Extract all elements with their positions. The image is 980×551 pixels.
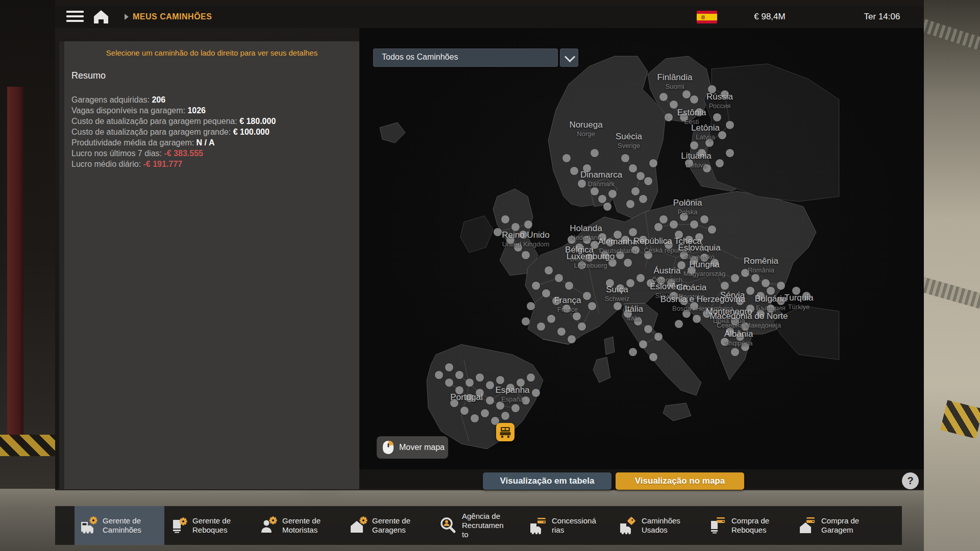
- garage-dot-marker: [494, 228, 502, 236]
- garage-dot-marker: [695, 233, 703, 241]
- garage-dot-marker: [465, 379, 474, 387]
- garage-dot-marker: [777, 282, 785, 290]
- garage-dot-marker: [511, 223, 520, 231]
- garage-dot-marker: [578, 322, 586, 331]
- toolbar-item-driver-manager[interactable]: Gerente de Motoristas: [254, 506, 344, 545]
- garage-dot-marker: [670, 220, 678, 229]
- garage-dot-marker: [506, 384, 514, 392]
- garage-dot-marker: [636, 172, 645, 180]
- map-vignette: [359, 28, 924, 469]
- garage-dot-marker: [680, 297, 688, 305]
- toolbar-item-recruitment-agency[interactable]: Agência de Recrutamen to: [434, 506, 524, 545]
- garage-dot-marker: [659, 215, 668, 223]
- menu-hamburger-icon[interactable]: [66, 11, 84, 23]
- ets2-my-trucks-screen: Finlândia Suomi Rússia Россия Estônia Ee…: [0, 0, 980, 551]
- garage-dot-marker: [445, 379, 453, 387]
- stat-row: Custo de atualização para garagem grande…: [71, 127, 276, 137]
- garage-dot-marker: [532, 282, 540, 290]
- garage-dot-marker: [519, 231, 527, 239]
- garage-dot-marker: [591, 187, 599, 195]
- chevron-down-icon: [565, 52, 575, 62]
- garage-dot-marker: [718, 131, 726, 139]
- garage-dot-marker: [736, 333, 744, 341]
- garage-dot-marker: [562, 154, 571, 162]
- garage-dot-marker: [455, 386, 463, 394]
- garage-dot-marker: [690, 220, 698, 229]
- stat-row: Garagens adquiridas: 206: [71, 94, 276, 105]
- garage-dot-marker: [716, 159, 724, 167]
- garage-dot-marker: [616, 251, 624, 259]
- garage-dot-marker: [726, 149, 734, 157]
- garage-dot-marker: [601, 251, 609, 259]
- garage-dot-marker: [665, 241, 673, 249]
- garage-dot-marker: [511, 404, 520, 412]
- garage-dot-marker: [598, 195, 606, 203]
- toolbar-item-garage-manager[interactable]: Gerente de Garagens: [344, 506, 434, 545]
- garage-dot-marker: [726, 328, 734, 336]
- garage-dot-marker: [616, 284, 624, 292]
- garage-dot-marker: [690, 95, 698, 104]
- garage-dot-marker: [608, 259, 617, 267]
- garage-dot-marker: [583, 164, 591, 172]
- stat-row: Lucro nos últimos 7 dias: -€ 383.555: [71, 148, 276, 159]
- garage-dot-marker: [527, 373, 535, 382]
- garage-dot-marker: [705, 139, 714, 147]
- garage-dot-marker: [514, 243, 522, 252]
- garage-gear-icon: [349, 516, 368, 535]
- toolbar-item-garage-purchase[interactable]: Compra de Garagem: [793, 506, 883, 545]
- garage-dot-marker: [524, 220, 532, 229]
- table-view-button[interactable]: Visualização em tabela: [483, 472, 611, 490]
- home-icon[interactable]: [93, 9, 109, 24]
- toolbar-item-dealerships[interactable]: Concessioná rias: [524, 506, 614, 545]
- help-button[interactable]: ?: [902, 472, 919, 489]
- garage-dot-marker: [522, 317, 530, 325]
- garage-dot-marker: [545, 266, 553, 274]
- map-view-button[interactable]: Visualização no mapa: [616, 472, 744, 490]
- garage-dot-marker: [703, 310, 711, 318]
- garage-dot-marker: [721, 338, 729, 346]
- stat-row: Custo de atualização para garagem pequen…: [71, 116, 276, 127]
- garage-dot-marker: [731, 317, 739, 325]
- recruitment-magnifier-icon: [439, 516, 457, 535]
- truck-map-marker[interactable]: [496, 423, 514, 441]
- garage-dot-marker: [517, 379, 525, 387]
- garage-dot-marker: [624, 259, 632, 267]
- move-map-button[interactable]: Mover mapa: [377, 436, 448, 459]
- toolbar-item-trailer-manager[interactable]: Gerente de Reboques: [164, 506, 254, 545]
- garage-dot-marker: [731, 348, 739, 356]
- garage-dot-marker: [682, 90, 691, 98]
- money-balance: € 98,4M: [739, 12, 800, 22]
- garage-dot-marker: [621, 236, 629, 244]
- garage-dot-marker: [649, 159, 657, 167]
- spain-flag-icon: [697, 11, 717, 23]
- garage-dot-marker: [555, 274, 563, 282]
- top-bar: MEUS CAMINHÕES € 98,4M Ter 14:06: [55, 6, 924, 28]
- garage-dot-marker: [751, 274, 760, 282]
- garage-dot-marker: [685, 236, 693, 244]
- garage-dot-marker: [670, 101, 678, 109]
- garage-dot-marker: [736, 297, 744, 305]
- garage-dot-marker: [690, 256, 698, 264]
- move-map-label: Mover mapa: [399, 443, 445, 452]
- europe-map[interactable]: Finlândia Suomi Rússia Россия Estônia Ee…: [359, 28, 924, 469]
- garage-dot-marker: [695, 108, 703, 116]
- truck-filter-dropdown[interactable]: Todos os Caminhões: [373, 48, 558, 67]
- toolbar-item-trailer-purchase[interactable]: Compra de Reboques: [703, 506, 793, 545]
- mouse-icon: [382, 440, 395, 455]
- garage-dot-marker: [756, 310, 765, 318]
- garage-dot-marker: [654, 333, 663, 341]
- garage-dot-marker: [591, 241, 599, 249]
- garage-dot-marker: [708, 226, 716, 234]
- toolbar-item-used-trucks[interactable]: Caminhões Usados: [614, 506, 703, 545]
- garage-dot-marker: [680, 113, 688, 121]
- garage-dot-marker: [756, 292, 765, 300]
- garage-dot-marker: [644, 325, 652, 333]
- toolbar-item-truck-manager[interactable]: Gerente de Caminhões: [75, 506, 164, 545]
- garage-card-icon: [798, 516, 817, 535]
- garage-dot-marker: [614, 302, 622, 310]
- dropdown-expand-button[interactable]: [560, 48, 578, 67]
- garage-dot-marker: [685, 159, 693, 167]
- garage-dot-marker: [501, 412, 509, 420]
- hazard-stripes-left: [0, 435, 55, 456]
- garage-dot-marker: [802, 292, 811, 300]
